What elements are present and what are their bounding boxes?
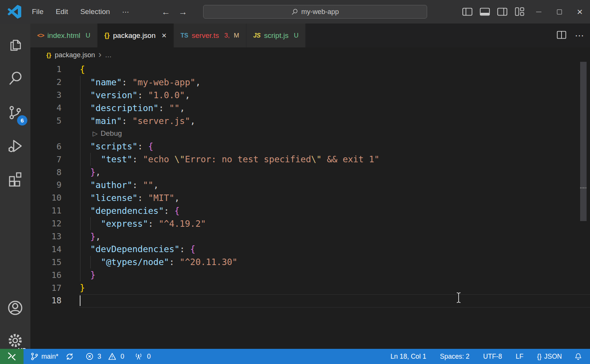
tab-script-js[interactable]: JS script.js U [246,24,306,47]
go-forward-icon[interactable]: → [178,7,187,17]
minimize-button[interactable] [528,0,549,24]
explorer-icon[interactable] [0,30,30,61]
problems-status[interactable]: 3 0 [85,352,124,361]
code-line-13[interactable]: 13 }, [30,230,590,243]
menu-selection[interactable]: Selection [74,5,116,18]
code-line-9[interactable]: 9 "author": "", [30,179,590,191]
indentation-status[interactable]: Spaces: 2 [439,349,471,364]
braces-icon: {} [537,353,542,361]
run-and-debug-icon[interactable] [0,131,30,161]
warning-count: 0 [120,353,124,361]
tab-index-html[interactable]: <> index.html U [30,24,98,47]
toggle-panel-icon[interactable] [476,0,494,24]
json-symbol-icon: {} [46,52,51,59]
notifications-bell-icon[interactable] [574,352,582,361]
typescript-file-icon: TS [181,32,188,39]
menu-overflow[interactable]: ⋯ [116,5,136,19]
play-icon: ▷ [93,130,98,138]
code-line-15[interactable]: 15 "@types/node": "^20.11.30" [30,256,590,268]
source-control-icon[interactable]: 6 [0,97,30,128]
tab-package-json[interactable]: {} package.json × [98,24,174,47]
breadcrumb-symbol-path[interactable]: … [105,51,112,59]
code-text: "@types/node": "^20.11.30" [80,257,237,267]
code-line-5[interactable]: 5 "main": "server.js", [30,115,590,127]
code-lines: 1{2 "name": "my-web-app",3 "version": "1… [30,63,590,307]
code-line-2[interactable]: 2 "name": "my-web-app", [30,76,590,89]
indent-guide [90,217,91,230]
error-icon [85,352,94,361]
code-text: "author": "", [80,180,159,190]
tab-bar: <> index.html U {} package.json × TS ser… [30,24,590,47]
ports-count: 0 [147,353,151,361]
line-number: 2 [30,77,62,87]
code-text: }, [80,232,101,242]
code-line-10[interactable]: 10 "license": "MIT", [30,191,590,204]
breadcrumb-file[interactable]: package.json [55,51,95,59]
line-number: 13 [30,232,62,241]
sync-icon [65,352,74,361]
code-line-7[interactable]: 7 "test": "echo \"Error: no test specifi… [30,153,590,166]
git-untracked-badge: U [85,32,90,39]
line-number: 14 [30,245,62,254]
split-editor-icon[interactable] [556,29,567,42]
cursor-position-status[interactable]: Ln 18, Col 1 [389,349,428,364]
tab-label: server.ts [192,31,219,40]
code-text: "main": "server.js", [80,116,196,126]
accounts-icon[interactable] [0,293,30,323]
menu-edit[interactable]: Edit [50,5,74,18]
editor-scrollbar[interactable] [580,62,587,221]
tab-label: index.html [47,31,80,40]
more-actions-icon[interactable]: ⋯ [575,30,585,41]
code-line-16[interactable]: 16 } [30,268,590,281]
ports-status[interactable]: 0 [134,352,151,361]
code-line-8[interactable]: 8 }, [30,166,590,179]
sync-changes-button[interactable] [64,349,76,364]
html-file-icon: <> [37,32,44,39]
close-tab-icon[interactable]: × [162,31,167,40]
encoding-status[interactable]: UTF-8 [482,349,504,364]
remote-indicator[interactable] [0,349,24,364]
maximize-button[interactable] [549,0,569,24]
line-number: 15 [30,257,62,267]
menu-file[interactable]: File [26,5,50,18]
close-window-button[interactable]: × [569,0,590,24]
language-name: JSON [544,353,562,361]
line-number: 8 [30,168,62,177]
toggle-primary-sidebar-icon[interactable] [459,0,476,24]
radio-tower-icon [134,352,143,361]
code-line-11[interactable]: 11 "dependencies": { [30,204,590,217]
git-branch-status[interactable]: main* [29,349,60,364]
warning-icon [108,352,117,361]
status-bar: main* 3 [0,349,590,364]
code-line-4[interactable]: 4 "description": "", [30,102,590,115]
line-number: 5 [30,116,62,126]
javascript-file-icon: JS [253,32,261,39]
error-count-badge: 3, [224,32,230,39]
code-line-1[interactable]: 1{ [30,63,590,76]
code-text: "name": "my-web-app", [80,77,201,87]
code-line-17[interactable]: 17} [30,281,590,294]
menu-bar: File Edit Selection ⋯ [26,0,136,24]
code-text: "dependencies": { [80,206,180,216]
breadcrumb: {} package.json › … [30,47,590,63]
code-text: "test": "echo \"Error: no test specified… [80,154,379,164]
line-number: 1 [30,64,62,74]
extensions-icon[interactable] [0,164,30,194]
code-line-14[interactable]: 14 "devDependencies": { [30,243,590,256]
search-icon [291,8,298,15]
customize-layout-icon[interactable] [511,0,528,24]
go-back-icon[interactable]: ← [161,7,170,17]
language-mode-status[interactable]: {} JSON [536,349,563,364]
editor[interactable]: 1{2 "name": "my-web-app",3 "version": "1… [30,63,590,349]
scm-changes-badge: 6 [17,115,27,126]
search-sidebar-icon[interactable] [0,63,30,94]
code-line-12[interactable]: 12 "express": "^4.19.2" [30,217,590,230]
code-line-6[interactable]: 6 "scripts": { [30,140,590,153]
code-line-3[interactable]: 3 "version": "1.0.0", [30,89,590,102]
codelens-debug-link[interactable]: ▷Debug [30,127,590,140]
eol-status[interactable]: LF [514,349,525,364]
tab-server-ts[interactable]: TS server.ts 3, M [174,24,246,47]
toggle-secondary-sidebar-icon[interactable] [494,0,511,24]
command-center-search[interactable]: my-web-app [203,5,427,19]
activity-bar: 6 VS [0,24,30,349]
